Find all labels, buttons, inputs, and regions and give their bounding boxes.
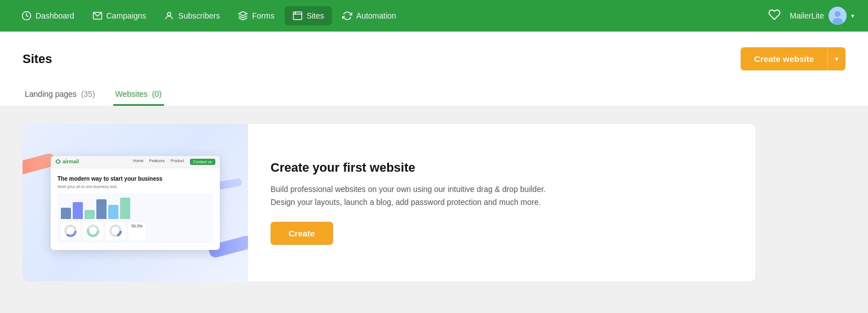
metric-box-3	[106, 222, 125, 240]
mockup-nav-product: Product	[170, 159, 184, 165]
mail-icon	[92, 11, 103, 21]
promo-image: airmail Home Features Product Contact us…	[23, 124, 248, 281]
tab-landing-pages-label: Landing pages	[25, 90, 81, 99]
svg-point-8	[835, 11, 840, 17]
promo-heading: Create your first website	[271, 160, 733, 175]
metrics-row: 50.3%	[61, 222, 210, 240]
promo-create-button[interactable]: Create	[271, 222, 333, 245]
create-button-group: Create website ▾	[741, 47, 845, 70]
chart-bar-1	[61, 208, 71, 219]
refresh-icon	[342, 11, 352, 21]
mockup-sub: Meet your all-in-one business tool.	[57, 185, 213, 189]
navbar: Dashboard Campaigns Subscribers Forms Si…	[0, 0, 868, 32]
chart-bar-4	[96, 199, 107, 219]
nav-item-dashboard[interactable]: Dashboard	[14, 6, 82, 25]
mockup-nav-features: Features	[149, 159, 165, 165]
dropdown-arrow-icon: ▾	[835, 55, 839, 63]
browser-icon	[293, 11, 303, 21]
mockup-nav: Home Features Product Contact us	[133, 159, 215, 165]
tabs: Landing pages (35) Websites (0)	[23, 84, 845, 106]
svg-rect-4	[293, 12, 302, 20]
metric-box-1	[61, 222, 80, 240]
promo-text: Create your first website Build professi…	[248, 142, 755, 263]
chart-bar-6	[120, 198, 130, 219]
clock-icon	[21, 11, 32, 21]
tab-websites-label: Websites	[116, 90, 152, 99]
chart-bar-2	[73, 202, 83, 219]
chart-area	[61, 196, 210, 219]
website-mockup: airmail Home Features Product Contact us…	[51, 156, 220, 250]
content-area: Sites Create website ▾ Landing pages (35…	[0, 32, 868, 106]
page-title: Sites	[23, 52, 52, 66]
user-label: MailerLite	[790, 11, 824, 20]
metric-box-4: 50.3%	[129, 222, 145, 240]
nav-item-automation[interactable]: Automation	[334, 6, 404, 25]
create-website-button[interactable]: Create website	[741, 47, 827, 70]
promo-description: Build professional websites on your own …	[271, 183, 564, 208]
mockup-body: The modern way to start your business Me…	[51, 168, 220, 250]
metric-box-2	[83, 222, 103, 240]
nav-item-subscribers[interactable]: Subscribers	[156, 6, 228, 25]
tab-landing-pages[interactable]: Landing pages (35)	[23, 84, 98, 106]
tab-websites[interactable]: Websites (0)	[113, 84, 164, 106]
nav-item-campaigns[interactable]: Campaigns	[85, 6, 154, 25]
layers-icon	[238, 11, 248, 21]
avatar	[829, 7, 847, 25]
tab-landing-pages-count: (35)	[81, 90, 95, 99]
mockup-browser-bar: airmail Home Features Product Contact us	[51, 156, 220, 168]
user-area[interactable]: MailerLite ▾	[790, 7, 854, 25]
mockup-logo: airmail	[55, 159, 79, 164]
svg-marker-3	[239, 12, 247, 16]
svg-point-9	[832, 18, 843, 25]
create-website-dropdown-button[interactable]: ▾	[827, 47, 845, 70]
tab-websites-count: (0)	[152, 90, 162, 99]
promo-card: airmail Home Features Product Contact us…	[23, 124, 755, 281]
page-header: Sites Create website ▾	[23, 47, 845, 70]
svg-point-2	[167, 12, 171, 16]
chevron-down-icon: ▾	[851, 12, 854, 20]
nav-item-forms[interactable]: Forms	[230, 6, 282, 25]
heart-icon[interactable]	[768, 8, 781, 24]
main-body: airmail Home Features Product Contact us…	[0, 106, 868, 308]
chart-bar-3	[85, 210, 95, 219]
mockup-nav-home: Home	[133, 159, 144, 165]
nav-item-sites[interactable]: Sites	[285, 6, 332, 25]
chart-bar-5	[108, 205, 118, 219]
person-icon	[164, 11, 174, 21]
mockup-cta: Contact us	[190, 159, 215, 165]
mockup-dashboard: 50.3%	[57, 193, 213, 243]
mockup-headline: The modern way to start your business	[57, 175, 213, 182]
